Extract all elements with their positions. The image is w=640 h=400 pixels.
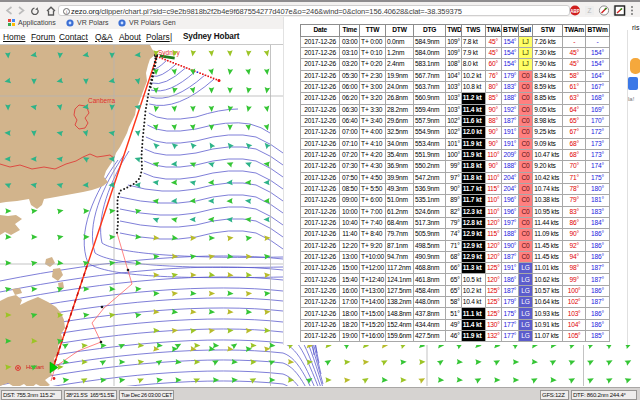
- svg-text:ABP: ABP: [570, 9, 580, 14]
- svg-text:Canberra: Canberra: [88, 97, 115, 104]
- svg-text:Sydney: Sydney: [158, 49, 180, 57]
- svg-text:Z: Z: [588, 7, 592, 14]
